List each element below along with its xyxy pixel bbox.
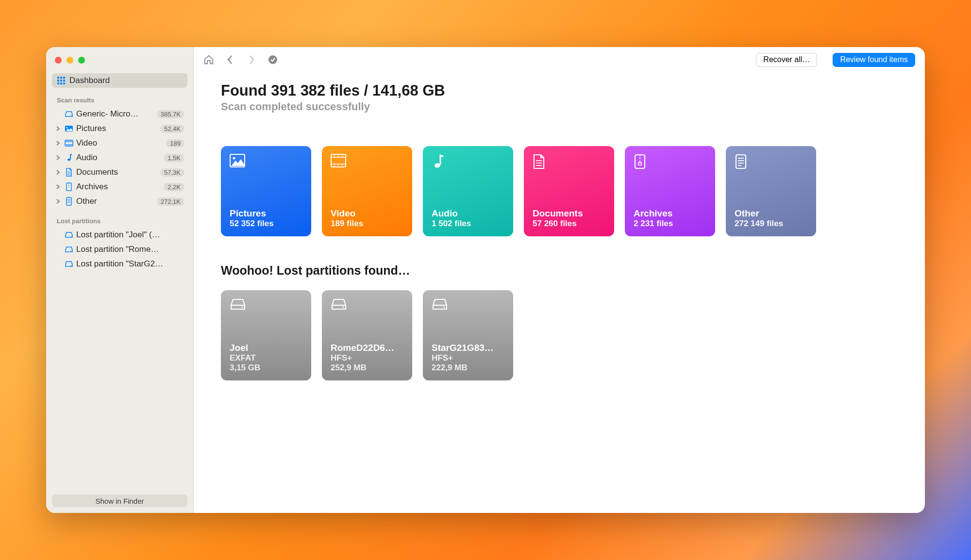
partition-label: Lost partition "StarG2…	[76, 259, 184, 269]
disk-icon	[432, 298, 447, 313]
category-badge: 272,1K	[157, 198, 184, 206]
svg-point-63	[444, 307, 445, 308]
category-icon	[65, 140, 73, 147]
window-close-button[interactable]	[55, 57, 62, 64]
tile-count: 1 502 files	[432, 219, 504, 229]
sidebar-item-dashboard[interactable]: Dashboard	[52, 73, 187, 88]
check-icon[interactable]	[268, 54, 278, 65]
sidebar: Dashboard Scan results Generic- Micro… 3…	[46, 47, 194, 513]
chevron-right-icon	[55, 126, 62, 131]
tile-count: 189 files	[331, 219, 403, 229]
back-icon[interactable]	[225, 54, 235, 65]
page-subtitle: Scan completed successfully	[221, 100, 898, 113]
svg-point-21	[67, 159, 70, 161]
chevron-right-icon	[55, 199, 62, 204]
tile-documents[interactable]: Documents57 260 files	[524, 146, 614, 236]
tile-audio[interactable]: Audio1 502 files	[423, 146, 513, 236]
category-label: Archives	[76, 182, 161, 192]
svg-rect-7	[60, 82, 62, 84]
disk-icon	[230, 298, 245, 313]
sidebar-section-scan-results: Scan results	[52, 88, 187, 107]
svg-point-11	[67, 127, 68, 129]
tile-video[interactable]: Video189 files	[322, 146, 412, 236]
sidebar-disk-badge: 385,7K	[157, 110, 184, 118]
review-found-items-button[interactable]: Review found items	[833, 53, 915, 67]
partition-filesystem: EXFAT	[230, 353, 302, 363]
partitions-title: Woohoo! Lost partitions found…	[221, 264, 898, 278]
show-in-finder-button[interactable]: Show in Finder	[52, 494, 187, 507]
tile-icon	[634, 154, 649, 169]
partition-tile-1[interactable]: RomeD22D6…HFS+252,9 MB	[322, 290, 412, 380]
svg-point-33	[71, 265, 72, 266]
sidebar-partition-0[interactable]: Lost partition "Joel" (…	[52, 228, 187, 242]
content-area: Found 391 382 files / 141,68 GB Scan com…	[194, 72, 925, 395]
svg-rect-0	[57, 77, 59, 79]
category-label: Pictures	[76, 124, 157, 133]
sidebar-partition-1[interactable]: Lost partition "Rome…	[52, 242, 187, 257]
partition-name: StarG21G83…	[432, 343, 504, 353]
forward-icon	[246, 54, 257, 65]
partition-tile-0[interactable]: JoelEXFAT3,15 GB	[221, 290, 311, 380]
partition-size: 3,15 GB	[230, 363, 302, 373]
svg-point-61	[343, 307, 344, 308]
disk-icon	[65, 111, 73, 117]
category-label: Other	[76, 197, 154, 206]
category-label: Video	[76, 138, 163, 148]
tile-label: Audio	[432, 208, 504, 219]
svg-point-9	[71, 115, 72, 116]
category-icon	[65, 125, 73, 132]
sidebar-category-video[interactable]: Video189	[52, 136, 187, 150]
tile-count: 272 149 files	[735, 219, 807, 229]
svg-rect-52	[638, 163, 641, 165]
tile-other[interactable]: Other272 149 files	[726, 146, 816, 236]
svg-point-59	[242, 307, 243, 308]
sidebar-category-pictures[interactable]: Pictures52,4K	[52, 121, 187, 136]
tile-label: Archives	[634, 208, 706, 219]
tile-label: Video	[331, 208, 403, 219]
tile-pictures[interactable]: Pictures52 352 files	[221, 146, 311, 236]
sidebar-category-archives[interactable]: Archives2,2K	[52, 180, 187, 194]
sidebar-category-audio[interactable]: Audio1,5K	[52, 150, 187, 165]
recover-all-button[interactable]: Recover all…	[756, 53, 817, 67]
svg-rect-4	[60, 80, 62, 82]
svg-point-36	[233, 157, 235, 160]
window-fullscreen-button[interactable]	[78, 57, 85, 64]
chevron-right-icon	[55, 184, 62, 189]
main-content: Recover all… Review found items Found 39…	[194, 47, 925, 513]
sidebar-disk-label: Generic- Micro…	[76, 109, 154, 119]
category-badge: 189	[166, 139, 184, 148]
sidebar-partition-2[interactable]: Lost partition "StarG2…	[52, 257, 187, 271]
partition-size: 222,9 MB	[432, 363, 504, 373]
svg-rect-6	[57, 82, 59, 84]
window-minimize-button[interactable]	[67, 57, 73, 64]
tile-icon	[735, 154, 750, 169]
tile-count: 57 260 files	[533, 219, 605, 229]
sidebar-category-other[interactable]: Other272,1K	[52, 194, 187, 209]
svg-rect-5	[63, 80, 65, 82]
svg-point-46	[435, 164, 440, 168]
svg-rect-2	[63, 77, 65, 79]
category-badge: 2,2K	[164, 183, 184, 191]
home-icon[interactable]	[203, 54, 214, 65]
svg-point-34	[268, 55, 277, 64]
toolbar: Recover all… Review found items	[194, 47, 925, 72]
disk-icon	[65, 231, 73, 238]
svg-rect-27	[67, 198, 71, 205]
page-title: Found 391 382 files / 141,68 GB	[221, 82, 898, 99]
tile-icon	[331, 154, 346, 169]
sidebar-category-documents[interactable]: Documents57,3K	[52, 165, 187, 180]
partition-tile-2[interactable]: StarG21G83…HFS+222,9 MB	[423, 290, 513, 380]
svg-rect-8	[63, 82, 65, 84]
category-icon	[65, 182, 73, 191]
tile-archives[interactable]: Archives2 231 files	[625, 146, 715, 236]
partition-size: 252,9 MB	[331, 363, 403, 373]
partition-filesystem: HFS+	[331, 353, 403, 363]
sidebar-disk-row[interactable]: Generic- Micro… 385,7K	[52, 107, 187, 121]
svg-point-32	[71, 250, 72, 251]
disk-icon	[65, 246, 73, 253]
tile-count: 52 352 files	[230, 219, 302, 229]
svg-rect-1	[60, 77, 62, 79]
category-icon	[65, 153, 73, 162]
category-label: Audio	[76, 153, 161, 163]
category-icon	[65, 168, 73, 177]
